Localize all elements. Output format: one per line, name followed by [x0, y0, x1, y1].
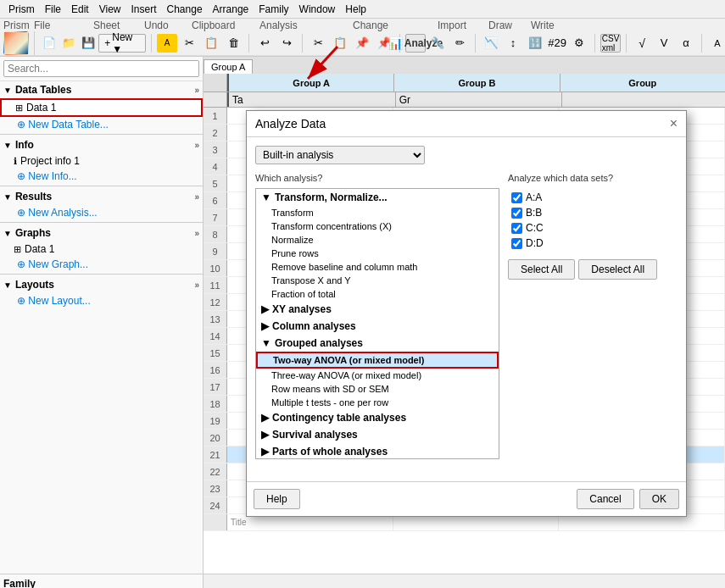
category-contingency[interactable]: ▶ Contingency table analyses: [256, 409, 499, 426]
cancel-button[interactable]: Cancel: [577, 489, 633, 509]
new-wide-btn[interactable]: + New ▼: [98, 34, 146, 53]
menu-change[interactable]: Change: [162, 2, 208, 17]
graphs-header[interactable]: ▼ Graphs »: [0, 225, 203, 241]
sub-transpose[interactable]: Transpose X and Y: [256, 274, 499, 287]
analysis-btn3[interactable]: ✏: [449, 34, 470, 53]
sub-fraction[interactable]: Fraction of total: [256, 287, 499, 301]
checkbox-cc[interactable]: [511, 223, 522, 234]
modal-title: Analyze Data: [255, 117, 326, 130]
family-title: Family: [3, 578, 199, 588]
menu-view[interactable]: View: [94, 2, 126, 17]
info-header[interactable]: ▼ Info »: [0, 136, 203, 153]
prism-logo-btn[interactable]: [3, 31, 29, 55]
sub-row-means[interactable]: Row means with SD or SEM: [256, 382, 499, 396]
checkbox-dd[interactable]: [511, 238, 522, 249]
expand-column: ▶: [261, 320, 269, 332]
category-parts[interactable]: ▶ Parts of whole analyses: [256, 443, 499, 459]
change-btn3[interactable]: 🔢: [525, 34, 545, 53]
change-btn2[interactable]: ↕: [503, 34, 523, 53]
row-number-3: 3: [204, 141, 227, 158]
redo-btn[interactable]: ↪: [276, 34, 297, 53]
add-graph-link[interactable]: ⊕ New Graph...: [0, 257, 203, 272]
undo-btn[interactable]: ↩: [254, 34, 275, 53]
add-layout-link[interactable]: ⊕ New Layout...: [0, 293, 203, 308]
tab-group-a[interactable]: Group A: [204, 59, 253, 74]
menu-insert[interactable]: Insert: [126, 2, 162, 17]
sidebar-item-data1[interactable]: ⊞ Data 1: [0, 98, 203, 117]
category-column[interactable]: ▶ Column analyses: [256, 318, 499, 335]
category-transform[interactable]: ▼ Transform, Normalize...: [256, 189, 499, 206]
toolbar-title-clipboard: Clipboard: [192, 19, 259, 30]
help-button[interactable]: Help: [254, 489, 300, 509]
write-btn1[interactable]: A: [707, 34, 725, 53]
checkbox-bb[interactable]: [511, 208, 522, 219]
analysis-btn2[interactable]: 🔧: [427, 34, 448, 53]
draw-btn2[interactable]: V: [654, 34, 674, 53]
change-btn4[interactable]: #29: [547, 34, 567, 53]
results-more[interactable]: »: [194, 192, 199, 202]
toolbar-title-write: Write: [531, 19, 582, 30]
sub-normalize[interactable]: Normalize: [256, 233, 499, 247]
analysis-type-dropdown[interactable]: Built-in analysis: [255, 146, 425, 164]
col-header-group-c: Group: [560, 74, 725, 92]
sheet-btn2[interactable]: ✂: [179, 34, 199, 53]
add-info-icon: ⊕: [17, 170, 28, 182]
sub-twoway-anova[interactable]: Two-way ANOVA (or mixed model): [256, 352, 499, 369]
deselect-all-button[interactable]: Deselect All: [578, 259, 657, 280]
import-btn[interactable]: CSVxml: [600, 34, 621, 53]
layouts-more[interactable]: »: [194, 280, 199, 290]
add-info-link[interactable]: ⊕ New Info...: [0, 169, 203, 184]
change-btn1[interactable]: 📉: [481, 34, 501, 53]
menu-file[interactable]: File: [40, 2, 66, 17]
menu-family[interactable]: Family: [254, 2, 293, 17]
bottom-sidebar: Family ⊞ Data 1 ⊞ Data 1: [0, 574, 204, 588]
add-data-table-label: New Data Table...: [28, 119, 109, 130]
save-btn[interactable]: 💾: [79, 34, 97, 53]
sub-transform-conc[interactable]: Transform concentrations (X): [256, 219, 499, 233]
menu-help[interactable]: Help: [340, 2, 371, 17]
sheet-btn3[interactable]: 📋: [201, 34, 221, 53]
sub-remove-baseline[interactable]: Remove baseline and column math: [256, 260, 499, 274]
toolbar-title-file: File: [34, 19, 93, 30]
change-btn5[interactable]: ⚙: [569, 34, 589, 53]
sub-multiple-t[interactable]: Multiple t tests - one per row: [256, 396, 499, 409]
category-grouped[interactable]: ▼ Grouped analyses: [256, 335, 499, 352]
graphs-more[interactable]: »: [194, 229, 199, 238]
category-xy[interactable]: ▶ XY analyses: [256, 301, 499, 318]
menu-prism[interactable]: Prism: [3, 2, 40, 17]
new-label: +: [104, 37, 110, 49]
modal-close-button[interactable]: ×: [670, 116, 678, 131]
copy-btn[interactable]: 📋: [330, 34, 350, 53]
paste-btn[interactable]: 📌: [352, 34, 372, 53]
sub-prune[interactable]: Prune rows: [256, 247, 499, 260]
cut-btn[interactable]: ✂: [308, 34, 328, 53]
search-input[interactable]: [3, 60, 199, 77]
ok-button[interactable]: OK: [639, 489, 679, 509]
open-btn[interactable]: 📁: [59, 34, 77, 53]
menu-edit[interactable]: Edit: [66, 2, 94, 17]
results-header[interactable]: ▼ Results »: [0, 188, 203, 205]
draw-btn3[interactable]: α: [676, 34, 696, 53]
draw-btn1[interactable]: √: [632, 34, 652, 53]
checkbox-aa[interactable]: [511, 192, 522, 203]
new-btn[interactable]: 📄: [40, 34, 58, 53]
analyze-button[interactable]: 📊 Analyze: [405, 34, 426, 53]
menu-window[interactable]: Window: [294, 2, 341, 17]
add-analysis-link[interactable]: ⊕ New Analysis...: [0, 205, 203, 220]
expand-contingency: ▶: [261, 412, 269, 424]
sub-threeway-anova[interactable]: Three-way ANOVA (or mixed model): [256, 369, 499, 382]
data-tables-header[interactable]: ▼ Data Tables »: [0, 81, 203, 98]
menu-arrange[interactable]: Arrange: [208, 2, 254, 17]
layouts-header[interactable]: ▼ Layouts »: [0, 276, 203, 293]
sub-transform[interactable]: Transform: [256, 206, 499, 219]
info-more[interactable]: »: [194, 141, 199, 150]
sidebar-item-graph-data1[interactable]: ⊞ Data 1: [0, 241, 203, 257]
data-tables-more[interactable]: »: [194, 86, 199, 95]
category-survival[interactable]: ▶ Survival analyses: [256, 426, 499, 443]
expand-arrow-data-tables: ▼: [3, 86, 12, 95]
sheet-btn1[interactable]: A: [157, 34, 177, 53]
sidebar-item-project-info[interactable]: ℹ Project info 1: [0, 153, 203, 169]
select-all-button[interactable]: Select All: [508, 259, 575, 280]
sheet-btn4[interactable]: 🗑: [223, 34, 243, 53]
add-data-table-link[interactable]: ⊕ New Data Table...: [0, 117, 203, 132]
